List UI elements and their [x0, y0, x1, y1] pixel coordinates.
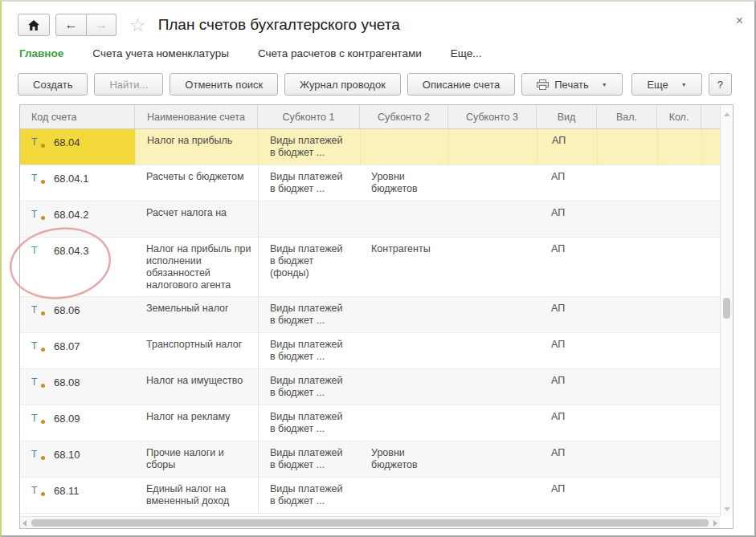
account-t-icon: Т	[31, 245, 42, 256]
cell-subkonto2: Контрагенты	[360, 238, 448, 296]
close-icon[interactable]: ×	[736, 14, 743, 27]
cell-name: Единый налог на вмененный доход	[135, 478, 258, 513]
cell-val	[597, 369, 657, 405]
cell-subkonto1	[258, 201, 360, 237]
table-row[interactable]: Т 68.04 Налог на прибыль Виды платежей в…	[20, 129, 720, 165]
col-header-vid[interactable]: Вид	[537, 105, 597, 128]
toolbar: Создать Найти... Отменить поиск Журнал п…	[18, 73, 732, 96]
col-header-name[interactable]: Наименование счета	[135, 105, 258, 128]
cell-kol	[657, 129, 701, 165]
table-row[interactable]: Т 68.11 Единый налог на вмененный доход …	[20, 478, 720, 514]
help-button[interactable]: ?	[709, 73, 732, 96]
account-description-button[interactable]: Описание счета	[407, 73, 515, 96]
cell-vid: АП	[537, 333, 597, 368]
table-row[interactable]: Т 68.04.2 Расчет налога на АП	[20, 201, 720, 238]
horizontal-scrollbar[interactable]	[20, 516, 720, 528]
cell-spacer	[701, 297, 720, 332]
journal-button[interactable]: Журнал проводок	[284, 73, 401, 96]
table-row[interactable]: Т 68.07 Транспортный налог Виды платежей…	[20, 333, 720, 369]
cell-subkonto1: Виды платежей в бюджет ...	[258, 478, 360, 513]
cell-val	[597, 238, 657, 296]
create-button[interactable]: Создать	[18, 73, 88, 96]
table-row[interactable]: Т 68.04.1 Расчеты с бюджетом Виды платеж…	[20, 165, 720, 201]
cell-spacer	[701, 238, 720, 296]
cell-code: Т 68.06	[20, 297, 135, 332]
cell-subkonto1: Виды платежей в бюджет (фонды)	[258, 238, 360, 296]
cell-name: Расчет налога на	[135, 201, 258, 237]
cell-code: Т 68.07	[20, 333, 135, 368]
scroll-down-icon[interactable]	[724, 507, 730, 511]
cell-subkonto3	[448, 369, 537, 405]
cell-subkonto1: Виды платежей в бюджет ...	[258, 441, 360, 477]
cell-kol	[657, 478, 701, 513]
cell-val	[597, 333, 657, 368]
table-row[interactable]: Т 68.10 Прочие налоги и сборы Виды плате…	[20, 441, 720, 478]
cell-val	[597, 297, 657, 332]
tab-scheta-nomenklatury[interactable]: Счета учета номенклатуры	[92, 47, 229, 59]
cell-subkonto2	[360, 333, 448, 368]
cell-name: Налог на имущество	[135, 369, 258, 405]
table-row[interactable]: Т 68.09 Налог на рекламу Виды платежей в…	[20, 405, 720, 441]
cell-subkonto1: Виды платежей в бюджет ...	[258, 405, 360, 441]
table-row[interactable]: Т 68.08 Налог на имущество Виды платежей…	[20, 369, 720, 405]
tab-more[interactable]: Еще...	[451, 47, 482, 59]
scroll-up-icon[interactable]	[724, 112, 730, 116]
more-button[interactable]: Еще ▼	[631, 73, 701, 96]
table-header: Код счета Наименование счета Субконто 1 …	[20, 105, 720, 129]
forward-button[interactable]: →	[87, 14, 116, 36]
account-t-icon: Т	[31, 340, 42, 352]
vertical-scrollbar-thumb[interactable]	[723, 298, 730, 319]
col-header-subkonto2[interactable]: Субконто 2	[360, 105, 448, 128]
cell-spacer	[701, 201, 720, 237]
table-row[interactable]: Т 68.04.3 Налог на прибыль при исполнени…	[20, 238, 720, 297]
cell-vid: АП	[537, 165, 597, 201]
vertical-scrollbar[interactable]	[720, 105, 733, 516]
col-header-code[interactable]: Код счета	[20, 105, 135, 128]
back-button[interactable]: ←	[55, 14, 87, 36]
titlebar: ← → ☆ План счетов бухгалтерского учета	[18, 12, 722, 38]
horizontal-scrollbar-thumb[interactable]	[31, 519, 709, 527]
cell-val	[597, 405, 657, 441]
cell-vid: АП	[537, 129, 597, 165]
cell-spacer	[701, 333, 720, 368]
col-header-subkonto1[interactable]: Субконто 1	[258, 105, 360, 128]
account-t-icon: Т	[31, 376, 42, 388]
cell-subkonto2	[360, 478, 448, 513]
cell-vid: АП	[537, 238, 597, 296]
table-row[interactable]: Т 68.06 Земельный налог Виды платежей в …	[20, 297, 720, 333]
cell-kol	[657, 201, 701, 237]
home-button[interactable]	[18, 14, 50, 36]
cancel-search-button[interactable]: Отменить поиск	[170, 73, 278, 96]
scroll-right-icon[interactable]	[713, 520, 717, 527]
col-header-subkonto3[interactable]: Субконто 3	[448, 105, 537, 128]
cell-subkonto2	[360, 129, 448, 165]
cell-name: Налог на прибыль при исполнении обязанно…	[135, 238, 258, 296]
chevron-down-icon: ▼	[602, 82, 607, 87]
col-header-kol[interactable]: Кол.	[657, 105, 701, 128]
cell-spacer	[701, 478, 720, 513]
tab-scheta-kontragentov[interactable]: Счета расчетов с контрагентами	[258, 47, 422, 59]
cell-kol	[657, 405, 701, 441]
col-header-val[interactable]: Вал.	[597, 105, 657, 128]
favorite-star-icon[interactable]: ☆	[129, 16, 146, 35]
cell-name: Налог на рекламу	[135, 405, 258, 441]
page-title: План счетов бухгалтерского учета	[158, 16, 400, 34]
accounts-table: Код счета Наименование счета Субконто 1 …	[19, 104, 734, 529]
print-button[interactable]: Печать ▼	[521, 73, 623, 96]
cell-code: Т 68.08	[20, 369, 135, 405]
cell-spacer	[701, 441, 720, 477]
tab-glavnoe[interactable]: Главное	[19, 47, 63, 59]
cell-kol	[657, 369, 701, 405]
cell-vid: АП	[537, 297, 597, 332]
app-window: ← → ☆ План счетов бухгалтерского учета ×…	[0, 0, 756, 537]
cell-subkonto3	[448, 441, 537, 477]
cell-subkonto1: Виды платежей в бюджет ...	[258, 333, 360, 368]
cell-name: Налог на прибыль	[135, 129, 258, 165]
cell-val	[597, 165, 657, 201]
cell-code: Т 68.04	[20, 129, 135, 165]
find-button[interactable]: Найти...	[94, 73, 163, 96]
cell-subkonto1: Виды платежей в бюджет ...	[258, 297, 360, 332]
account-t-icon: Т	[31, 485, 42, 496]
scroll-left-icon[interactable]	[22, 520, 27, 527]
cell-subkonto1: Виды платежей в бюджет ...	[258, 369, 360, 405]
